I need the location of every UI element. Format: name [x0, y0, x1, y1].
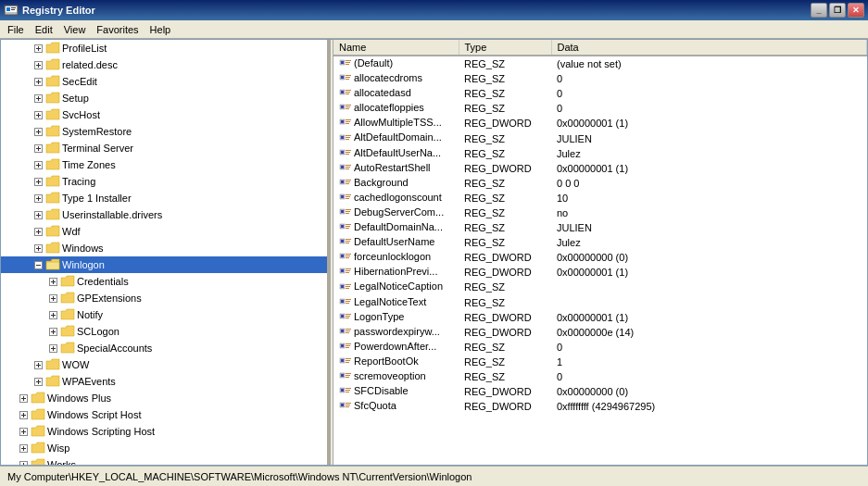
expand-icon-tracing[interactable] [31, 174, 45, 189]
table-row[interactable]: allocatefloppiesREG_SZ0 [333, 101, 867, 116]
col-type[interactable]: Type [459, 40, 551, 56]
table-row[interactable]: AltDefaultUserNa...REG_SZJulez [333, 146, 867, 161]
menu-view[interactable]: View [58, 22, 92, 37]
expand-icon-windows-script-host[interactable] [16, 407, 31, 422]
tree-node-tracing[interactable]: Tracing [1, 173, 327, 190]
table-row[interactable]: AltDefaultDomain...REG_SZJULIEN [333, 131, 867, 145]
tree-pane[interactable]: ProfileList related.desc SecEdit Setup S… [1, 40, 330, 465]
tree-node-terminal-server[interactable]: Terminal Server [1, 140, 327, 156]
window-controls: _ ❐ ✕ [811, 3, 864, 18]
tree-node-specialaccounts[interactable]: SpecialAccounts [1, 340, 327, 356]
table-row[interactable]: SfcQuotaREG_DWORD0xffffffff (4294967295) [333, 399, 867, 414]
expand-icon-related-desc[interactable] [31, 57, 45, 72]
expand-icon-svchost[interactable] [31, 107, 45, 122]
tree-node-notify[interactable]: Notify [1, 306, 327, 323]
menu-file[interactable]: File [2, 22, 30, 37]
close-button[interactable]: ✕ [848, 3, 864, 18]
tree-node-works[interactable]: Works [1, 456, 327, 465]
restore-button[interactable]: ❐ [829, 3, 846, 18]
tree-node-winlogon[interactable]: Winlogon [1, 256, 327, 273]
expand-icon-windows[interactable] [31, 241, 45, 255]
table-row[interactable]: ReportBootOkREG_SZ1 [333, 355, 867, 369]
data-pane[interactable]: Name Type Data (Default)REG_SZ(value not… [333, 40, 867, 465]
expand-icon-profilelist[interactable] [31, 41, 45, 56]
tree-node-windows-plus[interactable]: Windows Plus [1, 390, 327, 406]
table-row[interactable]: forceunlocklogonREG_DWORD0x00000000 (0) [333, 250, 867, 265]
expand-icon-terminal-server[interactable] [31, 141, 45, 156]
tree-node-wpaevents[interactable]: WPAEvents [1, 373, 327, 390]
table-row[interactable]: (Default)REG_SZ(value not set) [333, 56, 867, 71]
expand-icon-systemrestore[interactable] [31, 124, 45, 139]
tree-node-profilelist[interactable]: ProfileList [1, 40, 327, 56]
table-row[interactable]: PowerdownAfter...REG_SZ0 [333, 340, 867, 355]
tree-node-systemrestore[interactable]: SystemRestore [1, 123, 327, 140]
table-row[interactable]: LegalNoticeCaptionREG_SZ [333, 280, 867, 294]
expand-icon-sclogon[interactable] [45, 324, 60, 339]
expand-icon-wpaevents[interactable] [31, 374, 45, 389]
tree-node-type1-installer[interactable]: Type 1 Installer [1, 190, 327, 206]
table-row[interactable]: LogonTypeREG_DWORD0x00000001 (1) [333, 310, 867, 325]
cell-type: REG_DWORD [459, 384, 551, 399]
svg-rect-114 [346, 137, 350, 138]
menu-favorites[interactable]: Favorites [91, 22, 144, 37]
menu-edit[interactable]: Edit [30, 22, 58, 37]
tree-node-wdf[interactable]: Wdf [1, 223, 327, 240]
expand-icon-type1-installer[interactable] [31, 191, 45, 206]
tree-node-windows-scripting-host[interactable]: Windows Scripting Host [1, 423, 327, 440]
table-row[interactable]: AllowMultipleTSS...REG_DWORD0x00000001 (… [333, 116, 867, 131]
tree-node-sclogon[interactable]: SCLogon [1, 323, 327, 340]
tree-node-setup[interactable]: Setup [1, 90, 327, 106]
svg-rect-160 [346, 272, 349, 273]
tree-node-svchost[interactable]: SvcHost [1, 106, 327, 123]
table-row[interactable]: scremoveoptionREG_SZ0 [333, 369, 867, 384]
table-row[interactable]: AutoRestartShellREG_DWORD0x00000001 (1) [333, 161, 867, 176]
table-row[interactable]: DefaultDomainNa...REG_SZJULIEN [333, 220, 867, 235]
expand-icon-credentials[interactable] [45, 274, 60, 289]
tree-node-secedit[interactable]: SecEdit [1, 73, 327, 90]
table-row[interactable]: LegalNoticeTextREG_SZ [333, 295, 867, 310]
table-row[interactable]: cachedlogonscountREG_SZ10 [333, 191, 867, 206]
svg-rect-134 [346, 196, 350, 197]
svg-rect-140 [346, 213, 349, 214]
expand-icon-specialaccounts[interactable] [45, 341, 60, 355]
tree-node-wisp[interactable]: Wisp [1, 440, 327, 456]
table-row[interactable]: allocatedasdREG_SZ0 [333, 86, 867, 101]
tree-node-credentials[interactable]: Credentials [1, 273, 327, 290]
expand-icon-wow[interactable] [31, 357, 45, 372]
col-name[interactable]: Name [333, 40, 459, 56]
table-row[interactable]: allocatecdromsREG_SZ0 [333, 71, 867, 86]
cell-type: REG_SZ [459, 71, 551, 86]
expand-icon-userinstallable-drivers[interactable] [31, 207, 45, 222]
expand-icon-wisp[interactable] [16, 441, 31, 455]
table-row[interactable]: HibernationPrevi...REG_DWORD0x00000001 (… [333, 265, 867, 280]
expand-icon-setup[interactable] [31, 91, 45, 106]
expand-icon-secedit[interactable] [31, 74, 45, 89]
minimize-button[interactable]: _ [811, 3, 827, 18]
expand-icon-windows-plus[interactable] [16, 391, 31, 405]
status-bar: My Computer\HKEY_LOCAL_MACHINE\SOFTWARE\… [0, 466, 868, 486]
tree-node-windows[interactable]: Windows [1, 240, 327, 256]
table-row[interactable]: BackgroundREG_SZ0 0 0 [333, 176, 867, 191]
tree-node-wow[interactable]: WOW [1, 356, 327, 373]
tree-node-windows-script-host[interactable]: Windows Script Host [1, 406, 327, 423]
cell-type: REG_SZ [459, 355, 551, 369]
table-row[interactable]: DefaultUserNameREG_SZJulez [333, 235, 867, 250]
expand-icon-windows-scripting-host[interactable] [16, 424, 31, 439]
expand-icon-wdf[interactable] [31, 224, 45, 239]
expand-icon-works[interactable] [16, 457, 31, 465]
table-row[interactable]: DebugServerCom...REG_SZno [333, 206, 867, 220]
expand-icon-time-zones[interactable] [31, 157, 45, 172]
menu-help[interactable]: Help [145, 22, 177, 37]
cell-type: REG_SZ [459, 280, 551, 294]
expand-icon-winlogon[interactable] [31, 257, 45, 272]
tree-node-userinstallable-drivers[interactable]: Userinstallable.drivers [1, 206, 327, 223]
table-row[interactable]: SFCDisableREG_DWORD0x00000000 (0) [333, 384, 867, 399]
expand-icon-notify[interactable] [45, 307, 60, 322]
tree-node-related-desc[interactable]: related.desc [1, 56, 327, 73]
col-data[interactable]: Data [551, 40, 867, 56]
tree-node-gpextensions[interactable]: GPExtensions [1, 290, 327, 306]
table-row[interactable]: passwordexpiryw...REG_DWORD0x0000000e (1… [333, 325, 867, 340]
svg-rect-97 [341, 91, 344, 93]
expand-icon-gpextensions[interactable] [45, 291, 60, 305]
tree-node-time-zones[interactable]: Time Zones [1, 156, 327, 173]
